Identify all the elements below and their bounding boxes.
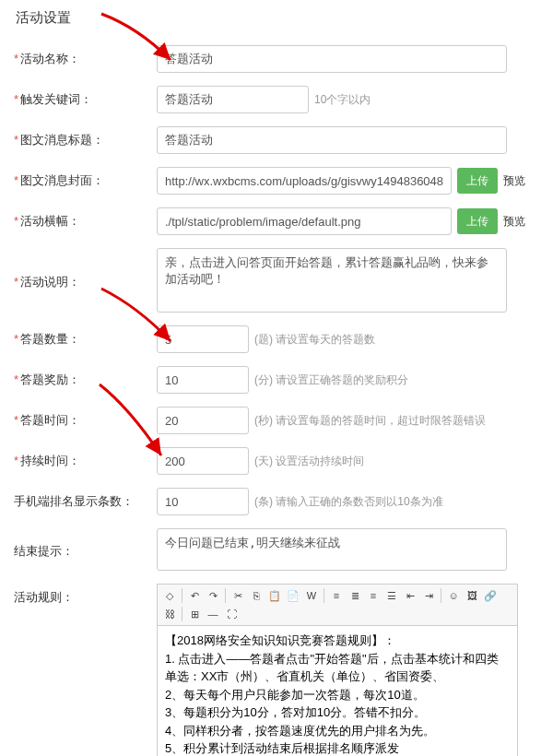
hr-icon[interactable]: — (205, 606, 221, 622)
endtip-textarea[interactable]: 今日问题已结束,明天继续来征战 (157, 528, 507, 571)
rules-editor: ◇ ↶ ↷ ✂ ⎘ 📋 📄 W ≡ ≣ ≡ ☰ ⇤ ⇥ (157, 584, 518, 756)
rank-hint: (条) 请输入正确的条数否则以10条为准 (254, 494, 443, 510)
align-center-icon[interactable]: ≣ (347, 587, 363, 604)
field-label-endtip: 结束提示： (14, 528, 157, 560)
source-icon[interactable]: ◇ (161, 587, 178, 604)
align-justify-icon[interactable]: ☰ (383, 587, 400, 604)
editor-toolbar: ◇ ↶ ↷ ✂ ⎘ 📋 📄 W ≡ ≣ ≡ ☰ ⇤ ⇥ (158, 585, 517, 626)
field-label-rules: 活动规则： (14, 584, 157, 606)
banner-input[interactable] (157, 207, 452, 235)
copy-icon[interactable]: ⎘ (248, 587, 265, 604)
keyword-hint: 10个字以内 (314, 92, 371, 108)
field-label-msgtitle: *图文消息标题： (14, 126, 157, 148)
duration-input[interactable] (157, 447, 249, 475)
field-label-reward: *答题奖励： (14, 366, 157, 388)
count-hint: (题) 请设置每天的答题数 (254, 332, 375, 348)
fullscreen-icon[interactable]: ⛶ (223, 606, 240, 622)
cut-icon[interactable]: ✂ (229, 587, 246, 604)
table-icon[interactable]: ⊞ (186, 606, 203, 622)
indent-left-icon[interactable]: ⇤ (402, 587, 418, 604)
field-label-qtime: *答题时间： (14, 407, 157, 429)
keyword-input[interactable] (157, 86, 309, 113)
field-label-banner: *活动横幅： (14, 207, 157, 230)
banner-upload-button[interactable]: 上传 (457, 208, 498, 234)
cover-upload-button[interactable]: 上传 (457, 168, 498, 194)
page-title: 活动设置 (14, 9, 539, 27)
field-label-desc: *活动说明： (14, 248, 157, 290)
reward-hint: (分) 请设置正确答题的奖励积分 (254, 372, 408, 388)
redo-icon[interactable]: ↷ (205, 587, 221, 604)
field-label-duration: *持续时间： (14, 447, 157, 469)
paste-word-icon[interactable]: W (303, 587, 320, 604)
image-icon[interactable]: 🖼 (464, 587, 480, 604)
align-right-icon[interactable]: ≡ (365, 587, 382, 604)
banner-preview-link[interactable]: 预览 (503, 214, 525, 230)
undo-icon[interactable]: ↶ (186, 587, 203, 604)
cover-input[interactable] (157, 167, 452, 195)
paste-plain-icon[interactable]: 📄 (285, 587, 301, 604)
reward-input[interactable] (157, 366, 249, 394)
unlink-icon[interactable]: ⛓ (161, 606, 178, 622)
field-label-rank: 手机端排名显示条数： (14, 488, 157, 510)
duration-hint: (天) 设置活动持续时间 (254, 454, 364, 469)
indent-right-icon[interactable]: ⇥ (420, 587, 437, 604)
msgtitle-input[interactable] (157, 126, 507, 154)
rank-input[interactable] (157, 488, 249, 515)
qtime-input[interactable] (157, 407, 249, 434)
qtime-hint: (秒) 请设置每题的答题时间，超过时限答题错误 (254, 413, 486, 429)
field-label-name: *活动名称： (14, 45, 157, 67)
link-icon[interactable]: 🔗 (482, 587, 499, 604)
paste-icon[interactable]: 📋 (266, 587, 283, 604)
cover-preview-link[interactable]: 预览 (503, 173, 525, 189)
count-input[interactable] (157, 325, 249, 353)
rules-content[interactable]: 【2018网络安全知识知识竞赛答题规则】： 1. 点击进入——答题者点击"开始答… (158, 626, 517, 756)
field-label-keyword: *触发关键词： (14, 86, 157, 108)
field-label-cover: *图文消息封面： (14, 167, 157, 189)
name-input[interactable] (157, 45, 507, 73)
desc-textarea[interactable]: 亲，点击进入问答页面开始答题，累计答题赢礼品哟，快来参加活动吧！ (157, 248, 507, 313)
align-left-icon[interactable]: ≡ (328, 587, 345, 604)
emoji-icon[interactable]: ☺ (445, 587, 462, 604)
field-label-count: *答题数量： (14, 325, 157, 348)
